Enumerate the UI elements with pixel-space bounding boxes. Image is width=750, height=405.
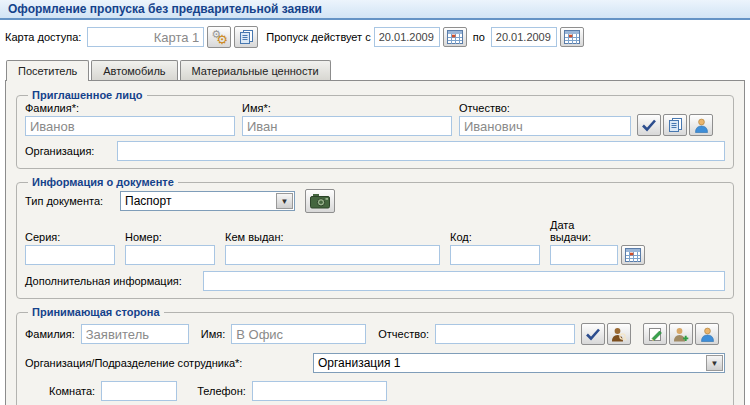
- calendar-icon: [447, 30, 463, 44]
- document-info-legend: Информация о документе: [28, 176, 178, 188]
- number-input[interactable]: [125, 245, 215, 265]
- to-label: по: [473, 31, 485, 43]
- issue-date-calendar-button[interactable]: [621, 245, 645, 265]
- series-input[interactable]: [25, 245, 115, 265]
- lastname-label: Фамилия*:: [25, 102, 235, 114]
- copy-person-button[interactable]: [663, 114, 687, 136]
- tab-visitor[interactable]: Посетитель: [6, 60, 89, 81]
- copy-card-button[interactable]: [234, 26, 258, 48]
- date-from-input[interactable]: [374, 27, 440, 47]
- calendar-icon: [564, 30, 580, 44]
- additional-info-label: Дополнительная информация:: [25, 275, 203, 287]
- issue-date-label: Дата выдачи:: [550, 219, 618, 243]
- chevron-down-icon: ▼: [276, 193, 293, 209]
- date-from-calendar-button[interactable]: [443, 27, 467, 47]
- gears-icon: ⚙⚙: [210, 29, 228, 46]
- chevron-down-icon: ▼: [706, 355, 723, 371]
- person-icon: [700, 327, 715, 342]
- tab-materials[interactable]: Материальные ценности: [180, 60, 331, 80]
- person-icon: [694, 118, 709, 133]
- check-icon: [641, 119, 657, 132]
- phone-label: Телефон:: [197, 385, 246, 397]
- doc-type-select[interactable]: Паспорт ▼: [120, 191, 295, 211]
- add-person-button[interactable]: [669, 323, 693, 345]
- receiving-party-legend: Принимающая сторона: [28, 306, 164, 318]
- person-search-icon: [611, 327, 627, 342]
- validity-label: Пропуск действует с: [266, 31, 370, 43]
- document-info-fieldset: Информация о документе Тип документа: Па…: [16, 176, 734, 299]
- host-org-value: Организация 1: [318, 356, 400, 370]
- host-lastname-label: Фамилия:: [25, 328, 75, 340]
- check-icon: [585, 328, 601, 341]
- firstname-input[interactable]: [242, 116, 452, 136]
- code-input[interactable]: [450, 245, 540, 265]
- host-firstname-label: Имя:: [201, 328, 225, 340]
- photo-button[interactable]: [305, 189, 335, 213]
- edit-icon: [648, 327, 663, 342]
- visitor-tab-panel: Приглашенное лицо Фамилия*: Имя*: Отчест…: [5, 80, 745, 405]
- organization-label: Организация:: [25, 145, 117, 157]
- series-label: Серия:: [25, 231, 115, 243]
- card-settings-button[interactable]: ⚙⚙: [207, 26, 231, 48]
- camera-icon: [310, 193, 330, 209]
- doc-type-label: Тип документа:: [25, 195, 120, 207]
- page-title: Оформление пропуска без предварительной …: [8, 2, 322, 16]
- date-to-input[interactable]: [491, 27, 557, 47]
- copy-icon: [239, 29, 254, 45]
- card-access-row: Карта доступа: ⚙⚙ Пропуск действует с по: [0, 20, 750, 52]
- tab-strip: Посетитель Автомобиль Материальные ценно…: [6, 60, 750, 80]
- middlename-input[interactable]: [459, 116, 631, 136]
- code-label: Код:: [450, 231, 540, 243]
- issued-by-label: Кем выдан:: [225, 231, 440, 243]
- doc-type-value: Паспорт: [125, 194, 171, 208]
- tab-vehicle[interactable]: Автомобиль: [91, 60, 177, 80]
- number-label: Номер:: [125, 231, 215, 243]
- confirm-person-button[interactable]: [637, 114, 661, 136]
- card-access-label: Карта доступа:: [5, 31, 81, 43]
- host-firstname-input[interactable]: [231, 324, 366, 344]
- confirm-host-button[interactable]: [581, 323, 605, 345]
- issued-by-input[interactable]: [225, 245, 440, 265]
- host-middlename-input[interactable]: [435, 324, 575, 344]
- middlename-label: Отчество:: [459, 102, 631, 114]
- additional-info-input[interactable]: [203, 271, 725, 291]
- date-to-calendar-button[interactable]: [560, 27, 584, 47]
- issue-date-input[interactable]: [550, 245, 618, 265]
- host-lastname-input[interactable]: [81, 324, 189, 344]
- room-input[interactable]: [101, 381, 177, 401]
- calendar-icon: [625, 248, 641, 262]
- edit-person-button[interactable]: [643, 323, 667, 345]
- phone-input[interactable]: [252, 381, 387, 401]
- title-bar: Оформление пропуска без предварительной …: [0, 0, 750, 20]
- lastname-input[interactable]: [25, 116, 235, 136]
- copy-icon: [668, 117, 683, 133]
- organization-input[interactable]: [117, 141, 725, 161]
- host-middlename-label: Отчество:: [378, 328, 429, 340]
- host-org-label: Организация/Подразделение сотрудника*:: [25, 357, 313, 369]
- room-label: Комната:: [49, 385, 95, 397]
- invited-person-legend: Приглашенное лицо: [28, 89, 147, 101]
- firstname-label: Имя*:: [242, 102, 452, 114]
- person-card-button[interactable]: [689, 114, 713, 136]
- card-access-input[interactable]: [87, 27, 204, 47]
- find-person-button[interactable]: [607, 323, 631, 345]
- host-org-select[interactable]: Организация 1 ▼: [313, 353, 725, 373]
- person-add-icon: [673, 327, 689, 342]
- invited-person-fieldset: Приглашенное лицо Фамилия*: Имя*: Отчест…: [16, 89, 734, 169]
- receiving-party-fieldset: Принимающая сторона Фамилия: Имя: Отчест…: [16, 306, 734, 405]
- person-info-button[interactable]: [695, 323, 719, 345]
